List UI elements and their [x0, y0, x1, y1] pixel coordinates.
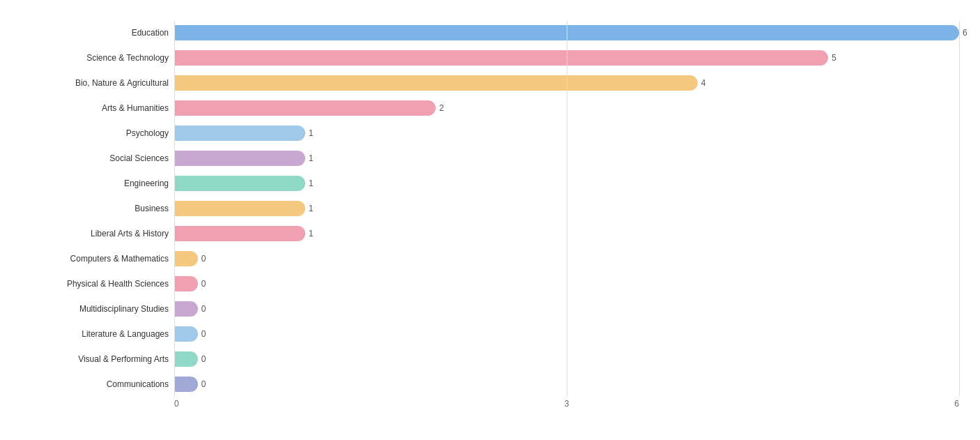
- bars-wrapper: Education6Science & Technology5Bio, Natu…: [21, 21, 959, 396]
- bar-fill: [174, 251, 198, 266]
- bar-fill: [174, 301, 198, 317]
- bar-fill: [174, 25, 959, 40]
- bar-row: Liberal Arts & History1: [21, 222, 959, 245]
- bar-value: 0: [198, 379, 206, 389]
- bar-container: 0: [174, 299, 959, 319]
- x-axis-label: 0: [174, 399, 436, 409]
- bar-label: Engineering: [21, 179, 174, 188]
- bar-row: Psychology1: [21, 121, 959, 145]
- bar-container: 1: [174, 123, 959, 143]
- chart-area: Education6Science & Technology5Bio, Natu…: [21, 21, 959, 409]
- bar-row: Social Sciences1: [21, 146, 959, 170]
- bar-value: 1: [305, 128, 314, 138]
- bar-value: 2: [436, 103, 444, 113]
- bar-label: Business: [21, 204, 174, 213]
- bar-container: 4: [174, 73, 959, 93]
- bar-row: Computers & Mathematics0: [21, 247, 959, 271]
- x-axis-label: 6: [698, 399, 959, 409]
- bar-row: Bio, Nature & Agricultural4: [21, 71, 959, 95]
- bar-fill: [174, 326, 198, 342]
- bar-row: Engineering1: [21, 172, 959, 195]
- bar-row: Physical & Health Sciences0: [21, 272, 959, 296]
- bar-value: 1: [305, 179, 314, 188]
- bar-fill: [174, 351, 198, 367]
- bar-label: Computers & Mathematics: [21, 254, 174, 264]
- bar-label: Psychology: [21, 128, 174, 138]
- bar-container: 1: [174, 149, 959, 168]
- x-axis-label: 3: [436, 399, 697, 409]
- bar-fill: [174, 75, 698, 91]
- bar-fill: [174, 151, 305, 166]
- bar-row: Education6: [21, 21, 959, 45]
- bar-container: 0: [174, 349, 959, 369]
- bar-value: 0: [198, 304, 206, 314]
- bar-fill: [174, 126, 305, 141]
- bar-label: Education: [21, 28, 174, 38]
- bar-fill: [174, 226, 305, 241]
- bar-value: 1: [305, 153, 314, 163]
- bar-fill: [174, 100, 436, 116]
- bar-label: Science & Technology: [21, 53, 174, 63]
- bar-container: 0: [174, 249, 959, 268]
- bar-fill: [174, 377, 198, 392]
- bar-label: Social Sciences: [21, 153, 174, 163]
- bar-row: Business1: [21, 197, 959, 220]
- bar-container: 6: [174, 23, 959, 43]
- bar-label: Communications: [21, 379, 174, 389]
- bar-container: 1: [174, 199, 959, 218]
- bar-label: Literature & Languages: [21, 329, 174, 339]
- bar-label: Liberal Arts & History: [21, 229, 174, 238]
- bar-container: 1: [174, 174, 959, 193]
- bar-label: Physical & Health Sciences: [21, 279, 174, 289]
- bar-label: Arts & Humanities: [21, 103, 174, 113]
- bar-value: 0: [198, 354, 206, 364]
- bar-value: 6: [959, 28, 967, 38]
- bar-row: Communications0: [21, 372, 959, 396]
- bar-row: Visual & Performing Arts0: [21, 347, 959, 371]
- bar-value: 1: [305, 204, 314, 213]
- bar-row: Science & Technology5: [21, 46, 959, 70]
- bar-label: Multidisciplinary Studies: [21, 304, 174, 314]
- bar-fill: [174, 50, 828, 66]
- bar-value: 0: [198, 254, 206, 264]
- bar-row: Literature & Languages0: [21, 322, 959, 346]
- bar-container: 0: [174, 274, 959, 294]
- bar-value: 4: [698, 78, 706, 88]
- bar-value: 0: [198, 329, 206, 339]
- bar-container: 0: [174, 374, 959, 394]
- x-axis: 036: [21, 399, 959, 409]
- bar-container: 5: [174, 48, 959, 68]
- bar-container: 0: [174, 324, 959, 344]
- bar-label: Visual & Performing Arts: [21, 354, 174, 364]
- bar-container: 2: [174, 98, 959, 118]
- bar-container: 1: [174, 224, 959, 243]
- bar-label: Bio, Nature & Agricultural: [21, 78, 174, 88]
- bar-fill: [174, 276, 198, 291]
- bar-value: 0: [198, 279, 206, 289]
- bar-fill: [174, 201, 305, 216]
- bar-row: Arts & Humanities2: [21, 96, 959, 120]
- bar-row: Multidisciplinary Studies0: [21, 297, 959, 321]
- bar-value: 1: [305, 229, 314, 238]
- bar-fill: [174, 176, 305, 191]
- bar-value: 5: [828, 53, 836, 63]
